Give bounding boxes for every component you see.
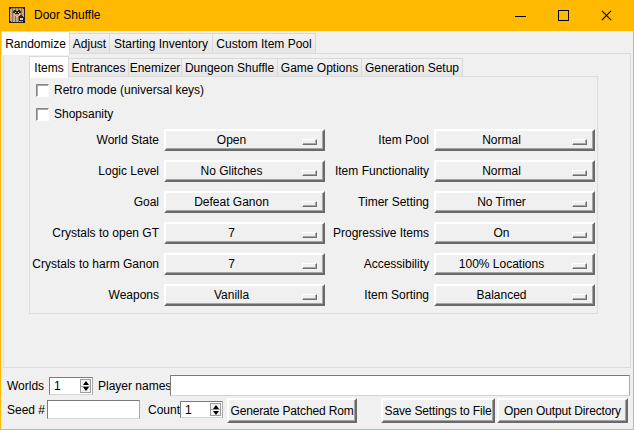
retro-mode-checkbox[interactable] <box>36 84 49 97</box>
item-functionality-label: Item Functionality <box>279 160 429 182</box>
world-state-label: World State <box>9 129 159 151</box>
retro-mode-label: Retro mode (universal keys) <box>54 84 204 97</box>
item-sorting-dropdown[interactable]: Balanced <box>434 284 595 306</box>
worlds-input[interactable] <box>51 379 80 393</box>
timer-setting-value: No Timer <box>436 193 567 211</box>
tab-game-options[interactable]: Game Options <box>277 58 362 76</box>
door-shuffle-window: { "window": { "title": "Door Shuffle", "… <box>0 0 634 430</box>
item-functionality-value: Normal <box>436 162 567 180</box>
worlds-label: Worlds <box>7 379 44 393</box>
weapons-label: Weapons <box>9 284 159 306</box>
close-button[interactable] <box>583 0 629 31</box>
logic-level-value: No Glitches <box>166 162 297 180</box>
window-border-left <box>0 31 1 430</box>
item-sorting-value: Balanced <box>436 286 567 304</box>
worlds-spin-down-button[interactable] <box>80 386 91 394</box>
accessibility-label: Accessibility <box>279 253 429 275</box>
spin-down-icon <box>83 387 89 391</box>
worlds-spinbox[interactable] <box>49 377 93 395</box>
goal-label: Goal <box>9 191 159 213</box>
main-tab-bar: Randomize Adjust Starting Inventory Cust… <box>1 31 316 55</box>
tab-adjust[interactable]: Adjust <box>69 33 110 53</box>
maximize-icon <box>558 10 569 21</box>
dropdown-indicator-icon <box>572 201 587 207</box>
spin-up-icon <box>83 381 89 385</box>
tab-items[interactable]: Items <box>29 56 69 78</box>
maximize-button[interactable] <box>540 0 586 31</box>
progressive-items-label: Progressive Items <box>279 222 429 244</box>
tab-generation-setup[interactable]: Generation Setup <box>361 58 463 76</box>
logic-level-label: Logic Level <box>9 160 159 182</box>
item-pool-value: Normal <box>436 131 567 149</box>
player-names-label: Player names <box>98 379 171 393</box>
player-names-input[interactable] <box>170 375 630 396</box>
timer-setting-label: Timer Setting <box>279 191 429 213</box>
open-output-directory-button[interactable]: Open Output Directory <box>497 398 628 423</box>
app-icon <box>9 7 25 23</box>
shopsanity-label: Shopsanity <box>54 108 113 121</box>
minimize-icon <box>515 16 526 17</box>
goal-value: Defeat Ganon <box>166 193 297 211</box>
save-settings-button[interactable]: Save Settings to File <box>381 398 495 423</box>
tab-randomize[interactable]: Randomize <box>1 31 70 55</box>
progressive-items-dropdown[interactable]: On <box>434 222 595 244</box>
item-functionality-dropdown[interactable]: Normal <box>434 160 595 182</box>
crystals-open-gt-value: 7 <box>166 224 297 242</box>
dropdown-indicator-icon <box>572 263 587 269</box>
seed-label: Seed # <box>7 403 45 417</box>
world-state-value: Open <box>166 131 297 149</box>
dropdown-indicator-icon <box>572 139 587 145</box>
title-bar[interactable]: Door Shuffle <box>0 0 634 31</box>
dropdown-indicator-icon <box>572 170 587 176</box>
count-spinbox[interactable] <box>180 401 223 418</box>
item-pool-dropdown[interactable]: Normal <box>434 129 595 151</box>
weapons-value: Vanilla <box>166 286 297 304</box>
item-sorting-label: Item Sorting <box>279 284 429 306</box>
minimize-button[interactable] <box>497 0 543 31</box>
accessibility-value: 100% Locations <box>436 255 567 273</box>
shopsanity-checkbox[interactable] <box>36 108 49 121</box>
seed-input[interactable] <box>47 400 140 419</box>
tab-starting-inventory[interactable]: Starting Inventory <box>109 33 213 53</box>
accessibility-dropdown[interactable]: 100% Locations <box>434 253 595 275</box>
crystals-harm-ganon-label: Crystals to harm Ganon <box>9 253 159 275</box>
generate-patched-rom-button[interactable]: Generate Patched Rom <box>227 398 357 423</box>
dropdown-indicator-icon <box>572 294 587 300</box>
timer-setting-dropdown[interactable]: No Timer <box>434 191 595 213</box>
progressive-items-value: On <box>436 224 567 242</box>
tab-entrances[interactable]: Entrances <box>68 58 129 76</box>
tab-custom-item-pool[interactable]: Custom Item Pool <box>212 33 316 53</box>
item-pool-label: Item Pool <box>279 129 429 151</box>
crystals-open-gt-label: Crystals to open GT <box>9 222 159 244</box>
count-spin-down-button[interactable] <box>210 409 221 416</box>
tab-dungeon-shuffle[interactable]: Dungeon Shuffle <box>181 58 278 76</box>
dropdown-indicator-icon <box>572 232 587 238</box>
close-icon <box>601 10 612 21</box>
spin-up-icon <box>213 405 219 409</box>
count-label: Count <box>148 403 180 417</box>
crystals-harm-ganon-value: 7 <box>166 255 297 273</box>
window-title: Door Shuffle <box>34 0 101 31</box>
count-input[interactable] <box>182 403 211 416</box>
tab-enemizer[interactable]: Enemizer <box>128 58 182 76</box>
items-tab-bar: Items Entrances Enemizer Dungeon Shuffle… <box>29 56 463 78</box>
spin-down-icon <box>213 411 219 415</box>
